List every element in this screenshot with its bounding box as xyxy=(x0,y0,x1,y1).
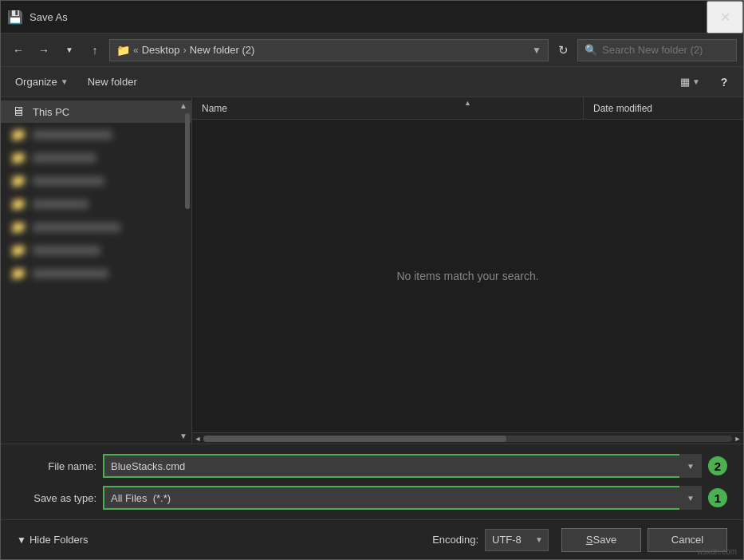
file-list-content: No items match your search. xyxy=(192,120,743,432)
recent-locations-button[interactable]: ▼ xyxy=(58,39,81,61)
filetype-badge: 1 xyxy=(708,488,727,507)
up-button[interactable]: ↑ xyxy=(84,39,106,61)
sidebar-item-6: 📁 xyxy=(1,239,191,262)
address-dropdown-arrow[interactable]: ▼ xyxy=(532,45,541,56)
filename-row: File name: ▼ 2 xyxy=(17,454,727,478)
sidebar-item-5: 📁 xyxy=(1,215,191,239)
col-date-header[interactable]: Date modified xyxy=(584,97,743,120)
close-button[interactable]: ✕ xyxy=(707,1,743,34)
back-button[interactable]: ← xyxy=(7,39,30,61)
watermark: wsxdn.com xyxy=(697,547,737,556)
sidebar-scroll-down[interactable]: ▼ xyxy=(175,428,191,444)
organize-button[interactable]: Organize ▼ xyxy=(9,73,75,91)
sidebar-blurred-items: 📁 📁 📁 📁 📁 xyxy=(1,123,191,285)
new-folder-label: New folder xyxy=(88,76,137,88)
sort-up-indicator: ▲ xyxy=(460,97,476,108)
sidebar-icon-5: 📁 xyxy=(10,219,26,235)
search-icon: 🔍 xyxy=(585,44,597,56)
sidebar-icon-6: 📁 xyxy=(10,243,26,258)
view-button[interactable]: ▦ ▼ xyxy=(674,73,707,91)
sidebar-icon-4: 📁 xyxy=(10,196,26,211)
hscroll-track[interactable] xyxy=(203,436,732,442)
address-path: Desktop › New folder (2) xyxy=(142,44,529,56)
organize-dropdown-icon: ▼ xyxy=(61,77,69,86)
title-bar: 💾 Save As ✕ xyxy=(1,1,743,34)
sidebar-item-7: 📁 xyxy=(1,262,191,285)
this-pc-icon: 🖥 xyxy=(10,105,26,119)
address-separator-left: « xyxy=(133,45,139,56)
view-dropdown-icon: ▼ xyxy=(692,77,700,86)
filetype-input[interactable] xyxy=(103,486,702,510)
sidebar-icon-1: 📁 xyxy=(10,127,26,142)
address-folder[interactable]: New folder (2) xyxy=(190,44,255,56)
filetype-row: Save as type: ▼ 1 xyxy=(17,486,727,510)
sidebar-icon-7: 📁 xyxy=(10,266,26,281)
filename-dropdown-button[interactable]: ▼ xyxy=(679,454,702,478)
sidebar-scrollbar-thumb xyxy=(185,113,190,209)
save-underline: S xyxy=(586,534,593,546)
sidebar-icon-2: 📁 xyxy=(10,150,26,165)
organize-label: Organize xyxy=(15,76,57,88)
filetype-label: Save as type: xyxy=(17,492,96,504)
sidebar-scrollbar[interactable] xyxy=(185,97,190,444)
encoding-label: Encoding: xyxy=(432,534,478,546)
filetype-dropdown-button[interactable]: ▼ xyxy=(679,486,702,510)
forward-button[interactable]: → xyxy=(33,39,55,61)
search-box[interactable]: 🔍 xyxy=(577,39,737,61)
sidebar: ▲ 🖥 This PC 📁 📁 📁 xyxy=(1,97,192,444)
sidebar-item-4: 📁 xyxy=(1,192,191,215)
new-folder-button[interactable]: New folder xyxy=(81,73,144,91)
sidebar-icon-3: 📁 xyxy=(10,173,26,188)
hide-folders-label: Hide Folders xyxy=(30,534,89,546)
refresh-button[interactable]: ↻ xyxy=(552,39,574,61)
address-bar[interactable]: 📁 « Desktop › New folder (2) ▼ xyxy=(109,39,549,61)
filename-label: File name: xyxy=(17,460,96,472)
footer-bar: ▼ Hide Folders Encoding: UTF-8 ▼ SSave C… xyxy=(1,519,743,559)
hscroll-right-arrow[interactable]: ► xyxy=(732,433,743,444)
form-area: File name: ▼ 2 Save as type: ▼ 1 xyxy=(1,444,743,519)
search-input[interactable] xyxy=(602,44,736,56)
address-folder-icon: 📁 xyxy=(116,44,130,57)
filetype-input-container: ▼ xyxy=(103,486,702,510)
encoding-dropdown[interactable]: UTF-8 ▼ xyxy=(485,529,549,551)
hscroll-thumb xyxy=(203,436,506,442)
filename-badge: 2 xyxy=(708,456,727,475)
horizontal-scrollbar[interactable]: ◄ ► xyxy=(192,432,743,444)
filename-input-container: ▼ xyxy=(103,454,702,478)
encoding-section: Encoding: UTF-8 ▼ xyxy=(432,529,549,551)
file-area: ▲ Name Date modified No items match your… xyxy=(192,97,743,444)
hide-folders-button[interactable]: ▼ Hide Folders xyxy=(17,534,89,546)
sidebar-item-label-this-pc: This PC xyxy=(33,106,69,118)
content-area: ▲ 🖥 This PC 📁 📁 📁 xyxy=(1,97,743,444)
sidebar-item-3: 📁 xyxy=(1,169,191,192)
dialog-icon: 💾 xyxy=(7,9,23,25)
file-list-header: ▲ Name Date modified xyxy=(192,97,743,120)
actions-bar: Organize ▼ New folder ▦ ▼ ? xyxy=(1,67,743,97)
empty-message: No items match your search. xyxy=(396,270,538,282)
address-arrow: › xyxy=(183,44,186,56)
sidebar-item-1: 📁 xyxy=(1,123,191,146)
hide-folders-arrow-icon: ▼ xyxy=(17,534,26,546)
encoding-dropdown-arrow: ▼ xyxy=(535,535,543,544)
sidebar-item-2: 📁 xyxy=(1,146,191,169)
toolbar: ← → ▼ ↑ 📁 « Desktop › New folder (2) ▼ ↻… xyxy=(1,34,743,67)
filename-input[interactable] xyxy=(103,454,702,478)
sidebar-item-this-pc[interactable]: 🖥 This PC xyxy=(1,101,191,123)
dialog-title: Save As xyxy=(30,11,737,23)
encoding-value: UTF-8 xyxy=(492,534,522,546)
col-name-header[interactable]: Name xyxy=(192,97,583,120)
address-desktop[interactable]: Desktop xyxy=(142,44,180,56)
save-button[interactable]: SSave xyxy=(561,528,641,552)
save-as-dialog: 💾 Save As ✕ ← → ▼ ↑ 📁 « Desktop › New fo… xyxy=(0,0,744,560)
view-icon: ▦ xyxy=(680,76,690,88)
hscroll-left-arrow[interactable]: ◄ xyxy=(192,433,203,444)
help-button[interactable]: ? xyxy=(713,71,735,93)
